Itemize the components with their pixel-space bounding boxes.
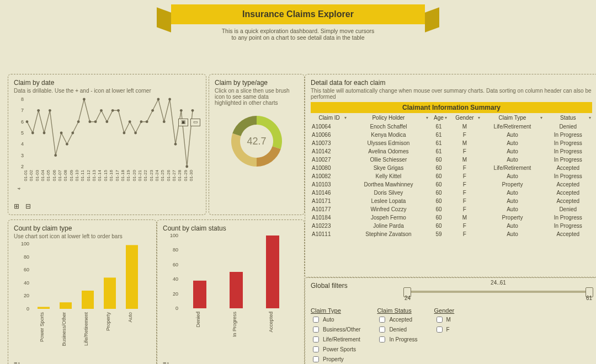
svg-point-28 <box>146 120 148 123</box>
donut-chart-claim-by-type[interactable]: 42.7 <box>226 111 287 172</box>
table-row[interactable]: A10146Doris Silvey60FAutoAccepted <box>311 189 592 197</box>
bar-chart-claim-status[interactable]: 020406080100DeniedIn ProgressAccepted <box>163 233 293 351</box>
table-row[interactable]: A10066Kenya Modica61FAutoIn Progress <box>311 131 592 139</box>
table-row[interactable]: A10073Ulysses Edmison61MAutoIn Progress <box>311 139 592 147</box>
sort-icon[interactable]: ≡↑ <box>163 360 169 364</box>
svg-text:8: 8 <box>21 97 24 102</box>
svg-text:01-22: 01-22 <box>143 169 148 181</box>
table-row[interactable]: A10171Leslee Lopata60FAutoAccepted <box>311 197 592 205</box>
table-row[interactable]: A10082Kelly Kittel60FAutoIn Progress <box>311 172 592 180</box>
svg-text:Life/Retirement: Life/Retirement <box>83 312 89 346</box>
chart-toggle-icon[interactable]: ▣ <box>178 119 188 126</box>
svg-rect-94 <box>230 272 243 308</box>
svg-text:01-12: 01-12 <box>86 169 91 181</box>
table-row[interactable]: A10080Skye Grigas60FLife/RetirementAccep… <box>311 164 592 172</box>
svg-point-15 <box>71 132 74 135</box>
table-row[interactable]: A10142Avelina Odomes61FAutoIn Progress <box>311 147 592 156</box>
filter-claim-status-accepted[interactable]: Accepted <box>377 315 417 324</box>
bar-chart-claim-type[interactable]: 020406080100Power SportsBusiness/OtherLi… <box>14 242 145 352</box>
checkbox[interactable] <box>313 346 319 352</box>
svg-text:7: 7 <box>21 108 24 113</box>
panel-count-by-claim-type: Count by claim type Use chart sort icon … <box>8 220 157 364</box>
table-header-policy holder[interactable]: Policy Holder <box>348 113 429 122</box>
svg-point-36 <box>191 109 194 112</box>
filter-claim-status-in-progress[interactable]: In Progress <box>377 335 417 344</box>
table-header-status[interactable]: Status <box>544 113 592 122</box>
svg-text:40: 40 <box>173 276 178 282</box>
filter-gender-f[interactable]: F <box>434 325 455 334</box>
svg-point-33 <box>174 143 177 146</box>
checkbox[interactable] <box>379 336 385 342</box>
svg-text:6: 6 <box>21 119 24 125</box>
svg-text:In Progress: In Progress <box>232 312 237 338</box>
table-row[interactable]: A10064Enoch Schaffel61MLife/RetirementDe… <box>311 122 592 131</box>
svg-text:01-23: 01-23 <box>149 169 154 181</box>
table-row[interactable]: A10111Stephine Zavatson59FAutoAccepted <box>311 230 592 238</box>
svg-text:01-10: 01-10 <box>74 169 79 181</box>
page-title: Insurance Claims Explorer <box>171 4 425 24</box>
filter-claim-type-business-other[interactable]: Business/Other <box>311 325 360 334</box>
svg-point-9 <box>37 109 40 112</box>
svg-text:2: 2 <box>21 164 24 169</box>
filter-header: Gender <box>434 307 455 314</box>
svg-point-31 <box>163 120 166 123</box>
svg-text:01-28: 01-28 <box>177 169 182 181</box>
filter-col-gender: Gender MF <box>434 307 455 364</box>
slider-max: 61 <box>586 295 592 301</box>
checkbox[interactable] <box>313 336 319 342</box>
svg-point-10 <box>43 132 46 135</box>
checkbox[interactable] <box>437 326 443 333</box>
checkbox[interactable] <box>379 326 385 333</box>
svg-text:01-16: 01-16 <box>109 169 114 181</box>
svg-text:2014: 2014 <box>17 187 22 190</box>
checkbox[interactable] <box>313 326 319 333</box>
checkbox[interactable] <box>379 317 385 323</box>
svg-text:Auto: Auto <box>127 312 133 323</box>
table-row[interactable]: A10027Ollie Schiesser60MAutoIn Progress <box>311 156 592 164</box>
table-row[interactable]: A10177Winfred Cozzy60FAutoDenied <box>311 205 592 213</box>
svg-text:42.7: 42.7 <box>247 136 266 147</box>
filter-claim-type-property[interactable]: Property <box>311 355 360 364</box>
panel-claim-by-date: Claim by date Data is drillable. Use the… <box>8 74 206 215</box>
chart-toggle-icon[interactable]: ▭ <box>190 119 200 126</box>
panel-title: Count by claim status <box>163 224 299 232</box>
svg-point-12 <box>54 154 57 157</box>
table-header-age[interactable]: Age <box>429 113 449 122</box>
table-row[interactable]: A10223Joline Parda60FAutoIn Progress <box>311 222 592 230</box>
svg-text:100: 100 <box>21 242 29 247</box>
sort-icon[interactable]: ≡↑ <box>14 360 20 364</box>
filter-claim-type-life-retirement[interactable]: Life/Retirement <box>311 335 360 344</box>
table-header-claim type[interactable]: Claim Type <box>481 113 544 122</box>
svg-point-18 <box>88 120 91 123</box>
svg-rect-92 <box>193 281 206 308</box>
svg-rect-82 <box>104 277 116 309</box>
svg-text:01-29: 01-29 <box>183 169 188 181</box>
filter-claim-type-auto[interactable]: Auto <box>311 315 360 324</box>
filter-gender-m[interactable]: M <box>434 315 455 324</box>
checkbox[interactable] <box>437 317 443 323</box>
table-row[interactable]: A10103Dorthea Mawhinney60FPropertyAccept… <box>311 180 592 189</box>
table-header-claim id[interactable]: Claim ID <box>311 113 348 122</box>
line-chart-claim-by-date[interactable]: 234567801-0101-0201-0301-0401-0501-0601-… <box>14 96 196 190</box>
svg-text:80: 80 <box>24 254 29 260</box>
svg-point-32 <box>168 98 171 101</box>
slider-range-label: 24..61 <box>491 280 506 286</box>
table-row[interactable]: A10184Jospeh Fermo60MPropertyIn Progress <box>311 213 592 222</box>
panel-subtitle: Click on a slice then use brush icon to … <box>215 88 299 106</box>
filter-claim-type-power-sports[interactable]: Power Sports <box>311 345 360 354</box>
svg-point-20 <box>100 109 103 112</box>
checkbox[interactable] <box>313 317 319 323</box>
filter-claim-status-denied[interactable]: Denied <box>377 325 417 334</box>
panel-claim-by-type-age: Claim by type/age Click on a slice then … <box>209 74 305 215</box>
svg-text:01-18: 01-18 <box>120 169 125 181</box>
panel-subtitle: Use chart sort icon at lower left to ord… <box>14 233 151 239</box>
svg-text:01-14: 01-14 <box>97 169 102 181</box>
svg-text:0: 0 <box>175 306 178 311</box>
svg-text:01-30: 01-30 <box>189 169 194 181</box>
checkbox[interactable] <box>313 356 319 362</box>
header-ribbon: Insurance Claims Explorer <box>171 4 425 24</box>
svg-text:01-25: 01-25 <box>160 169 165 181</box>
table-header-gender[interactable]: Gender <box>448 113 481 122</box>
svg-text:60: 60 <box>173 262 178 267</box>
drill-icons[interactable]: ⊞ ⊟ <box>14 202 33 210</box>
